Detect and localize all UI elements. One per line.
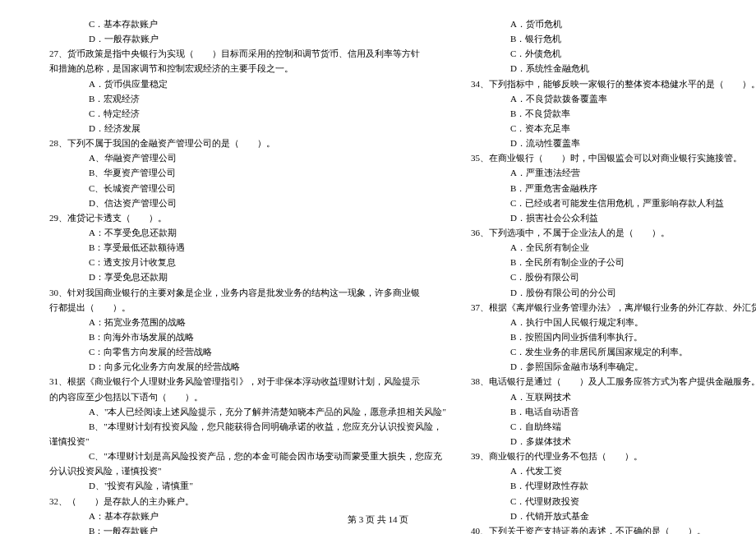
page-footer: 第 3 页 共 14 页 (0, 513, 756, 526)
option: B：享受最低还款额待遇 (49, 240, 446, 255)
option: C．代理财政投资 (471, 494, 756, 509)
question-29: 29、准贷记卡透支（ ）。 (49, 210, 446, 225)
question-27-cont: 和措施的总称，是国家调节和控制宏观经济的主要手段之一。 (49, 61, 446, 76)
option: A．货币危机 (471, 16, 756, 31)
option: A：不享受免息还款期 (49, 225, 446, 240)
option: D．多媒体技术 (471, 434, 756, 449)
option: D．参照国际金融市场利率确定。 (471, 359, 756, 374)
option: C．基本存款账户 (49, 16, 446, 31)
option: D、信达资产管理公司 (49, 196, 446, 210)
question-30-cont: 行都提出（ ）。 (49, 300, 446, 315)
option: B．银行危机 (471, 31, 756, 46)
option: D．流动性覆盖率 (471, 136, 756, 150)
option: A：拓宽业务范围的战略 (49, 315, 446, 329)
option-cont: 谨慎投资" (49, 434, 446, 449)
option: A．全民所有制企业 (471, 240, 756, 255)
option: D：享受免息还款期 (49, 269, 446, 284)
option: B、华夏资产管理公司 (49, 165, 446, 180)
option: D．损害社会公众利益 (471, 210, 756, 225)
option: C．已经或者可能发生信用危机，严重影响存款人利益 (471, 196, 756, 210)
option: D．经济发展 (49, 121, 446, 136)
option: A．严重违法经营 (471, 165, 756, 180)
option: B．按照国内同业拆借利率执行。 (471, 329, 756, 344)
option: C、"本理财计划是高风险投资产品，您的本金可能会因市场变动而蒙受重大损失，您应充 (49, 449, 446, 463)
option: B．电话自动语音 (471, 404, 756, 419)
option: B：向海外市场发展的战略 (49, 329, 446, 344)
option: C：向零售方向发展的经营战略 (49, 344, 446, 359)
option: B．不良贷款率 (471, 106, 756, 121)
option: C．自助终端 (471, 419, 756, 434)
option: A．货币供应量稳定 (49, 76, 446, 91)
question-35: 35、在商业银行（ ）时，中国银监会可以对商业银行实施接管。 (471, 150, 756, 165)
question-34: 34、下列指标中，能够反映一家银行的整体资本稳健水平的是（ ）。 (471, 76, 756, 91)
question-32: 32、（ ）是存款人的主办账户。 (49, 494, 446, 509)
option: B．严重危害金融秩序 (471, 181, 756, 196)
option: A．互联网技术 (471, 389, 756, 404)
question-39: 39、商业银行的代理业务不包括（ ）。 (471, 449, 756, 463)
option: C：透支按月计收复息 (49, 255, 446, 269)
option: B．全民所有制企业的子公司 (471, 255, 756, 269)
option: D．股份有限公司的分公司 (471, 285, 756, 300)
option: A．代发工资 (471, 463, 756, 478)
option: B、"本理财计划有投资风险，您只能获得合同明确承诺的收益，您应充分认识投资风险， (49, 419, 446, 434)
question-36: 36、下列选项中，不属于企业法人的是（ ）。 (471, 225, 756, 240)
option: B．宏观经济 (49, 91, 446, 106)
question-31-cont: 的内容应至少包括以下语句（ ）。 (49, 389, 446, 404)
option: C、长城资产管理公司 (49, 181, 446, 196)
option-cont: 分认识投资风险，谨慎投资" (49, 463, 446, 478)
left-column: C．基本存款账户 D．一般存款账户 27、货币政策是指中央银行为实现（ ）目标而… (49, 16, 446, 534)
question-31: 31、根据《商业银行个人理财业务风险管理指引》，对于非保本浮动收益理财计划，风险… (49, 374, 446, 389)
option: C．外债危机 (471, 46, 756, 61)
question-38: 38、电话银行是通过（ ）及人工服务应答方式为客户提供金融服务。 (471, 374, 756, 389)
option: A．执行中国人民银行规定利率。 (471, 315, 756, 329)
option: D：向多元化业务方向发展的经营战略 (49, 359, 446, 374)
option: A、"本人已经阅读上述风险提示，充分了解并清楚知晓本产品的风险，愿意承担相关风险… (49, 404, 446, 419)
question-37: 37、根据《离岸银行业务管理办法》，离岸银行业务的外汇存款、外汇贷款利率应（ ）… (471, 300, 756, 315)
option: C．资本充足率 (471, 121, 756, 136)
right-column: A．货币危机 B．银行危机 C．外债危机 D．系统性金融危机 34、下列指标中，… (471, 16, 756, 534)
option: D、"投资有风险，请慎重" (49, 478, 446, 493)
option: A．不良贷款拨备覆盖率 (471, 91, 756, 106)
question-27: 27、货币政策是指中央银行为实现（ ）目标而采用的控制和调节货币、信用及利率等方… (49, 46, 446, 61)
option: D．一般存款账户 (49, 31, 446, 46)
option: B．代理财政性存款 (471, 478, 756, 493)
option: D．系统性金融危机 (471, 61, 756, 76)
option: C．股份有限公司 (471, 269, 756, 284)
question-30: 30、针对我国商业银行的主要对象是企业，业务内容是批发业务的结构这一现象，许多商… (49, 285, 446, 300)
option: C．特定经济 (49, 106, 446, 121)
option: A、华融资产管理公司 (49, 150, 446, 165)
option: C．发生业务的非居民所属国家规定的利率。 (471, 344, 756, 359)
exam-page: C．基本存款账户 D．一般存款账户 27、货币政策是指中央银行为实现（ ）目标而… (0, 0, 756, 534)
question-28: 28、下列不属于我国的金融资产管理公司的是（ ）。 (49, 136, 446, 150)
